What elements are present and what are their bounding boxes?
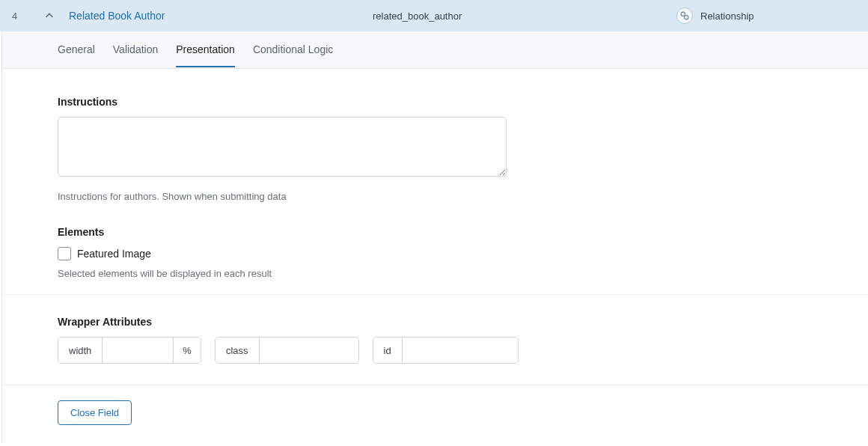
close-field-button[interactable]: Close Field (58, 400, 132, 425)
wrapper-class-label: class (216, 337, 260, 363)
tab-general[interactable]: General (58, 33, 95, 67)
field-type-label: Relationship (700, 10, 754, 22)
wrapper-width-suffix: % (173, 337, 201, 363)
chevron-up-icon[interactable] (39, 10, 60, 21)
svg-point-0 (681, 12, 685, 16)
relationship-icon (676, 7, 693, 24)
tab-presentation[interactable]: Presentation (176, 33, 235, 67)
tab-conditional-logic[interactable]: Conditional Logic (253, 33, 333, 67)
tab-validation[interactable]: Validation (113, 33, 158, 67)
field-title[interactable]: Related Book Author (63, 10, 373, 22)
elements-label: Elements (58, 226, 813, 238)
instructions-textarea[interactable] (58, 117, 507, 177)
wrapper-class-group: class (215, 337, 359, 364)
wrapper-width-group: width % (58, 337, 201, 364)
wrapper-width-label: width (58, 337, 103, 363)
wrapper-id-group: id (373, 337, 519, 364)
wrapper-id-label: id (373, 337, 403, 363)
instructions-label: Instructions (58, 96, 813, 108)
wrapper-attributes-label: Wrapper Attributes (58, 316, 813, 328)
featured-image-label: Featured Image (77, 248, 151, 260)
svg-point-1 (685, 16, 688, 19)
field-type: Relationship (676, 7, 856, 24)
wrapper-id-input[interactable] (403, 337, 518, 363)
field-header-row[interactable]: 4 Related Book Author related_book_autho… (0, 0, 868, 31)
field-number: 4 (12, 10, 27, 22)
elements-help: Selected elements will be displayed in e… (58, 268, 813, 279)
instructions-help: Instructions for authors. Shown when sub… (58, 191, 813, 202)
wrapper-class-input[interactable] (260, 337, 358, 363)
wrapper-width-input[interactable] (103, 337, 173, 363)
field-slug: related_book_author (373, 10, 676, 22)
featured-image-checkbox[interactable] (58, 247, 71, 260)
tabs-bar: General Validation Presentation Conditio… (2, 31, 868, 69)
